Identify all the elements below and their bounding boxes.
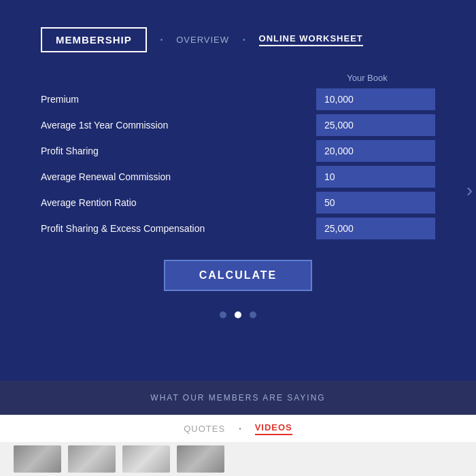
label-renewal: Average Renewal Commission xyxy=(41,171,316,182)
thumbnail-4[interactable] xyxy=(177,445,224,473)
your-book-label: Your Book xyxy=(306,73,428,83)
main-section: MEMBERSHIP • OVERVIEW • ONLINE WORKSHEET… xyxy=(0,0,476,381)
input-renewal[interactable] xyxy=(316,166,435,188)
thumbnail-1[interactable] xyxy=(14,445,61,473)
next-arrow[interactable]: › xyxy=(466,180,473,201)
form-row-avg-1st-year: Average 1st Year Commission xyxy=(41,114,435,136)
nav-dot-2: • xyxy=(243,36,245,44)
input-profit-sharing[interactable] xyxy=(316,140,435,162)
members-saying-label: WHAT OUR MEMBERS ARE SAYING xyxy=(150,393,325,403)
thumbnails-bar xyxy=(0,442,476,476)
pagination xyxy=(41,311,435,318)
tabs-bar: QUOTES • VIDEOS xyxy=(0,415,476,442)
nav-dot-1: • xyxy=(160,36,163,44)
form-row-profit-sharing: Profit Sharing xyxy=(41,140,435,162)
thumbnail-3[interactable] xyxy=(122,445,170,473)
label-profit-sharing: Profit Sharing xyxy=(41,146,316,156)
nav-online-worksheet[interactable]: ONLINE WORKSHEET xyxy=(259,33,363,46)
worksheet-content: Your Book Premium Average 1st Year Commi… xyxy=(41,73,435,239)
tabs-dot: • xyxy=(239,425,241,432)
label-excess: Profit Sharing & Excess Compensation xyxy=(41,223,316,234)
form-row-excess: Profit Sharing & Excess Compensation xyxy=(41,218,435,239)
form-row-renewal: Average Renewal Commission xyxy=(41,166,435,188)
nav-overview[interactable]: OVERVIEW xyxy=(176,35,229,45)
input-excess[interactable] xyxy=(316,218,435,239)
form-row-retention: Average Rention Ratio xyxy=(41,192,435,214)
label-avg-1st-year: Average 1st Year Commission xyxy=(41,120,316,131)
your-book-header: Your Book xyxy=(41,73,435,83)
nav-bar: MEMBERSHIP • OVERVIEW • ONLINE WORKSHEET xyxy=(41,27,435,52)
thumbnail-2[interactable] xyxy=(68,445,116,473)
form-row-premium: Premium xyxy=(41,88,435,110)
input-avg-1st-year[interactable] xyxy=(316,114,435,136)
membership-nav[interactable]: MEMBERSHIP xyxy=(41,27,147,52)
label-retention: Average Rention Ratio xyxy=(41,197,316,208)
input-premium[interactable] xyxy=(316,88,435,110)
input-retention[interactable] xyxy=(316,192,435,214)
calculate-button[interactable]: CALCULATE xyxy=(164,260,313,291)
tab-quotes[interactable]: QUOTES xyxy=(184,424,225,434)
label-premium: Premium xyxy=(41,94,316,105)
tab-videos[interactable]: VIDEOS xyxy=(255,422,292,435)
bottom-section: WHAT OUR MEMBERS ARE SAYING xyxy=(0,381,476,415)
calculate-btn-wrapper: CALCULATE xyxy=(41,260,435,291)
pagination-dot-3[interactable] xyxy=(250,311,256,318)
pagination-dot-1[interactable] xyxy=(220,311,226,318)
pagination-dot-2[interactable] xyxy=(235,311,241,318)
